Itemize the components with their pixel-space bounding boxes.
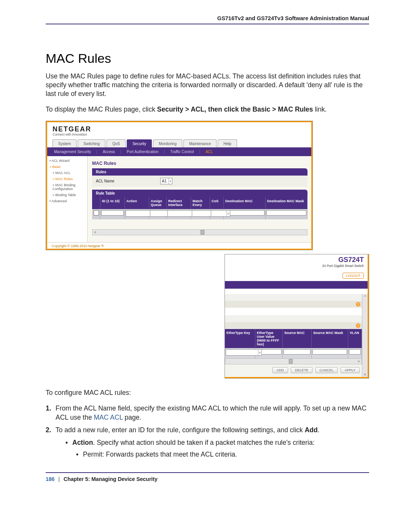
logout-button[interactable]: LOGOUT [342, 273, 364, 279]
ruletable-bar: Rule Table [92, 190, 307, 197]
step-1: 1. From the ACL Name field, specify the … [46, 404, 369, 422]
product-model: GS724T 24 Port Gigabit Smart Switch [225, 256, 368, 268]
scroll-down-icon[interactable]: v [364, 372, 366, 377]
config-intro: To configure MAC ACL rules: [46, 388, 369, 397]
section-title: MAC Rules [46, 51, 369, 66]
bullet-permit: Permit: Forwards packets that meet the A… [76, 450, 369, 459]
scroll-up-icon[interactable]: ^ [364, 294, 366, 299]
mac-acl-link[interactable]: MAC ACL [94, 414, 123, 421]
tab-maintenance[interactable]: Maintenance [183, 139, 217, 147]
help-icon[interactable]: ? [356, 323, 360, 328]
bullet-action: Action. Specify what action should be ta… [65, 438, 369, 447]
intro-paragraph: Use the MAC Rules page to define rules f… [46, 72, 369, 98]
acl-name-label: ACL Name [96, 179, 115, 183]
subnav-access[interactable]: Access [101, 150, 116, 154]
table-b-header: EtherType Key EtherType User Value (0600… [225, 329, 362, 348]
id-input[interactable] [101, 210, 124, 216]
sidebar-mac-rules[interactable]: » MAC Rules [47, 176, 87, 182]
subnav-mgmtsec[interactable]: Management Security [53, 150, 92, 154]
sub-nav: Management Security| Access| Port Authen… [47, 147, 311, 156]
horizontal-scrollbar[interactable]: < [92, 229, 307, 235]
page-footer: 186 | Chapter 5: Managing Device Securit… [46, 472, 369, 482]
sidebar-mac-binding[interactable]: » MAC Binding Configuration [47, 182, 87, 192]
dest-mac-mask-input[interactable] [266, 210, 306, 216]
copyright: Copyright © 1996-2010 Netgear ® [47, 242, 311, 249]
ruletable-input-row [92, 209, 307, 219]
navigation-sentence: To display the MAC Rules page, click Sec… [46, 105, 369, 114]
vlan-input[interactable] [349, 349, 361, 355]
panel-title: MAC Rules [92, 161, 307, 166]
tab-switching[interactable]: Switching [78, 139, 105, 147]
subnav-acl[interactable]: ACL [204, 150, 214, 154]
ruletable-header: ID (1 to 10) Action Assign Queue Redirec… [92, 197, 307, 209]
step-2: 2. To add a new rule, enter an ID for th… [46, 426, 369, 435]
horizontal-scrollbar[interactable]: > [225, 358, 362, 364]
vertical-scrollbar[interactable]: ^ v [362, 294, 368, 377]
acl-name-select[interactable]: A1 [160, 178, 172, 184]
cos-select[interactable] [211, 210, 230, 217]
delete-button[interactable]: DELETE [291, 367, 312, 373]
brand-logo: NETGEAR Connect with Innovation [47, 122, 311, 137]
apply-button[interactable]: APPLY [341, 367, 360, 373]
screenshot-right-ui: GS724T 24 Port Gigabit Smart Switch LOGO… [225, 254, 369, 379]
sidebar: ACL Wizard » Basic » MAC ACL » MAC Rules… [47, 156, 88, 242]
document-header: GS716Tv2 and GS724Tv3 Software Administr… [46, 15, 369, 24]
sidebar-mac-acl[interactable]: » MAC ACL [47, 170, 87, 176]
sidebar-binding-table[interactable]: » Binding Table [47, 192, 87, 198]
tab-monitoring[interactable]: Monitoring [153, 139, 182, 147]
tab-help[interactable]: Help [218, 139, 237, 147]
sidebar-basic[interactable]: » Basic [47, 164, 87, 170]
sidebar-acl-wizard[interactable]: ACL Wizard [47, 158, 87, 164]
rules-bar: Rules [92, 168, 307, 176]
source-mac-input[interactable] [284, 349, 311, 355]
source-mac-mask-input[interactable] [312, 349, 347, 355]
help-icon[interactable]: ? [356, 302, 360, 307]
row-checkbox[interactable] [94, 210, 99, 216]
scroll-left-icon[interactable]: < [92, 230, 98, 234]
dest-mac-input[interactable] [225, 210, 264, 216]
cancel-button[interactable]: CANCEL [315, 367, 338, 373]
tab-security[interactable]: Security [127, 139, 152, 147]
tab-system[interactable]: System [53, 139, 76, 147]
table-b-input-row [225, 348, 362, 358]
subnav-traffic[interactable]: Traffic Control [169, 150, 195, 154]
tab-qos[interactable]: QoS [107, 139, 126, 147]
ethertype-key-select[interactable] [226, 349, 262, 356]
subnav-portauth[interactable]: Port Authentication [125, 150, 160, 154]
add-button[interactable]: ADD [272, 367, 288, 373]
scroll-right-icon[interactable]: > [356, 359, 362, 363]
screenshot-main-ui: NETGEAR Connect with Innovation System S… [46, 121, 313, 250]
top-tabs: System Switching QoS Security Monitoring… [47, 137, 311, 147]
sidebar-advanced[interactable]: Advanced [47, 198, 87, 204]
